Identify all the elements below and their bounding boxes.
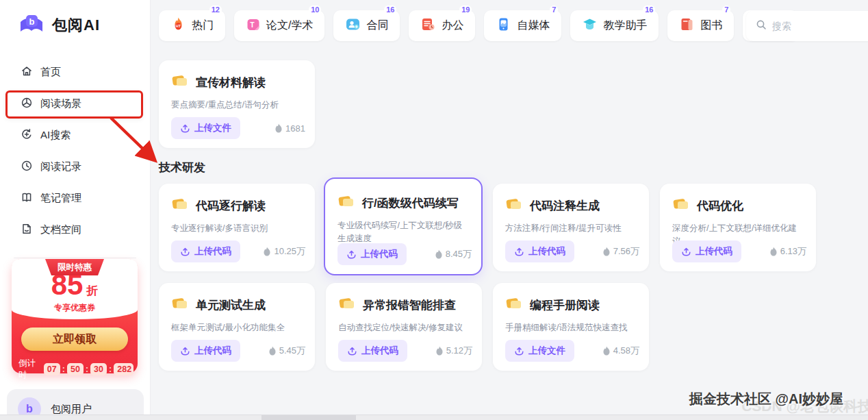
tab-label: 合同 [366, 18, 388, 33]
watermark-juejin: 掘金技术社区 @AI妙妙屋 [689, 390, 843, 408]
upload-icon [681, 247, 691, 257]
scene-card-code-comments[interactable]: 代码注释生成 方法注释/行间注释/提升可读性 上传代码 7.56万 [493, 184, 649, 271]
count-value: 5.45万 [279, 345, 305, 357]
graduation-hat-icon [582, 16, 598, 35]
card-desc: 专业逐行解读/多语言识别 [171, 222, 304, 235]
gold-card-icon [505, 195, 523, 216]
upload-file-button[interactable]: 上传文件 [171, 117, 240, 139]
scene-card-error-triage[interactable]: 异常报错智能排查 自动查找定位/快速解决/修复建议 上传代码 5.12万 [326, 283, 482, 371]
tab-label: 自媒体 [517, 18, 550, 33]
bottom-edge-strip [0, 415, 868, 420]
card-desc: 手册精细解读/语法规范快速查找 [505, 321, 638, 334]
scene-card-code-optimize[interactable]: 代码优化 深度分析/上下文联想/详细优化建议 上传代码 6.13万 [660, 184, 816, 271]
upload-icon [180, 247, 190, 257]
home-icon [21, 65, 33, 79]
upload-button-label: 上传代码 [194, 345, 231, 357]
gold-card-icon [505, 295, 523, 315]
heat-flame-icon [602, 247, 611, 256]
heat-flame-icon [263, 247, 271, 256]
upload-button-label: 上传代码 [194, 245, 231, 258]
usage-count: 6.13万 [769, 245, 806, 258]
sidebar-item-label: 阅读场景 [40, 97, 81, 110]
upload-file-button[interactable]: 上传文件 [505, 340, 574, 362]
card-title: 单元测试生成 [196, 297, 266, 313]
sidebar-item-label: 首页 [40, 66, 61, 79]
tab-badge: 16 [384, 5, 396, 14]
tab-office[interactable]: 办公 19 [409, 10, 475, 41]
scene-card-code-explain[interactable]: 代码逐行解读 专业逐行解读/多语言识别 上传代码 10.25万 [159, 184, 315, 271]
countdown-hours: 07 [44, 363, 60, 375]
tab-hot[interactable]: HT 热门 12 [159, 10, 225, 41]
sidebar-item-scenes[interactable]: 阅读场景 [0, 88, 150, 119]
sidebar-item-notes[interactable]: 笔记管理 [0, 182, 150, 214]
tab-teaching[interactable]: 教学助手 16 [570, 10, 659, 41]
heat-flame-icon [268, 346, 277, 356]
heat-flame-icon [435, 249, 443, 259]
sidebar: b 包阅AI 首页 阅读场景 [0, 0, 151, 420]
contract-icon [345, 16, 361, 35]
tab-badge: 19 [459, 5, 472, 14]
card-title: 行/函数级代码续写 [362, 195, 459, 211]
red-book-icon [679, 16, 695, 35]
usage-count: 1681 [275, 123, 305, 134]
bottom-edge-segment [261, 415, 356, 420]
sidebar-item-home[interactable]: 首页 [0, 56, 150, 88]
scene-card-unit-tests[interactable]: 单元测试生成 框架单元测试/最小化功能集全 上传代码 5.45万 [159, 283, 315, 371]
flame-icon: HT [170, 16, 186, 35]
tab-papers[interactable]: T 论文/学术 10 [234, 10, 324, 41]
paper-icon: T [246, 17, 261, 35]
upload-icon [347, 346, 357, 356]
upload-button-label: 上传代码 [695, 245, 732, 258]
sidebar-item-docspace[interactable]: 文档空间 [0, 214, 150, 245]
tab-badge: 7 [550, 5, 558, 14]
card-title: 异常报错智能排查 [363, 297, 456, 313]
search-bar[interactable] [746, 11, 868, 41]
tab-media[interactable]: 自媒体 7 [484, 10, 561, 41]
search-input[interactable] [772, 21, 854, 32]
upload-code-button[interactable]: 上传代码 [505, 240, 574, 262]
tab-books[interactable]: 图书 7 [667, 10, 734, 41]
count-value: 7.56万 [613, 245, 639, 258]
sidebar-item-history[interactable]: 阅读记录 [0, 151, 150, 182]
gold-card-icon [337, 193, 355, 213]
upload-code-button[interactable]: 上传代码 [338, 340, 407, 362]
tab-contract[interactable]: 合同 16 [333, 10, 400, 41]
upload-code-button[interactable]: 上传代码 [337, 243, 407, 265]
tab-badge: 16 [643, 5, 655, 14]
svg-text:b: b [29, 16, 35, 27]
ai-search-icon [21, 128, 33, 143]
tab-badge: 12 [209, 5, 222, 14]
sidebar-item-label: 文档空间 [40, 223, 81, 236]
user-name: 包阅用户 [51, 403, 92, 416]
phone-icon [496, 16, 511, 35]
promo-ribbon: 限时特惠 [45, 259, 104, 275]
upload-icon [346, 249, 357, 260]
tab-label: 论文/学术 [266, 18, 313, 33]
usage-count: 4.58万 [602, 345, 639, 357]
sidebar-item-ai-search[interactable]: AI搜索 [0, 119, 150, 151]
card-title: 代码逐行解读 [196, 198, 266, 214]
document-icon [21, 223, 33, 237]
claim-coupon-button[interactable]: 立即领取 [21, 328, 128, 351]
scene-card-promo-material[interactable]: 宣传材料解读 要点摘要/重点总结/语句分析 上传文件 1681 [159, 60, 315, 148]
sidebar-nav: 首页 阅读场景 AI搜索 阅读记录 [0, 56, 150, 245]
countdown-separator: : [109, 365, 112, 374]
upload-icon [180, 346, 190, 356]
card-desc: 框架单元测试/最小化功能集全 [171, 321, 304, 334]
count-value: 8.45万 [446, 248, 472, 260]
card-desc: 专业级代码续写/上下文联想/秒级生成速度 [337, 219, 470, 246]
category-tabs: HT 热门 12 T 论文/学术 10 合同 16 [159, 10, 798, 41]
usage-count: 5.45万 [268, 345, 305, 357]
countdown-label: 倒计时 [18, 358, 42, 381]
card-desc: 要点摘要/重点总结/语句分析 [171, 99, 304, 112]
app-logo-icon: b [18, 14, 45, 37]
countdown-minutes: 50 [67, 363, 84, 375]
scene-card-code-completion[interactable]: 行/函数级代码续写 专业级代码续写/上下文联想/秒级生成速度 上传代码 8.45… [324, 177, 483, 275]
upload-code-button[interactable]: 上传代码 [672, 240, 741, 262]
upload-code-button[interactable]: 上传代码 [171, 240, 240, 262]
scene-card-manual-reading[interactable]: 编程手册阅读 手册精细解读/语法规范快速查找 上传文件 4.58万 [493, 283, 649, 371]
gold-card-icon [171, 195, 189, 216]
upload-code-button[interactable]: 上传代码 [171, 340, 240, 362]
countdown-ms: 282 [114, 363, 133, 375]
app-title: 包阅AI [52, 15, 100, 36]
